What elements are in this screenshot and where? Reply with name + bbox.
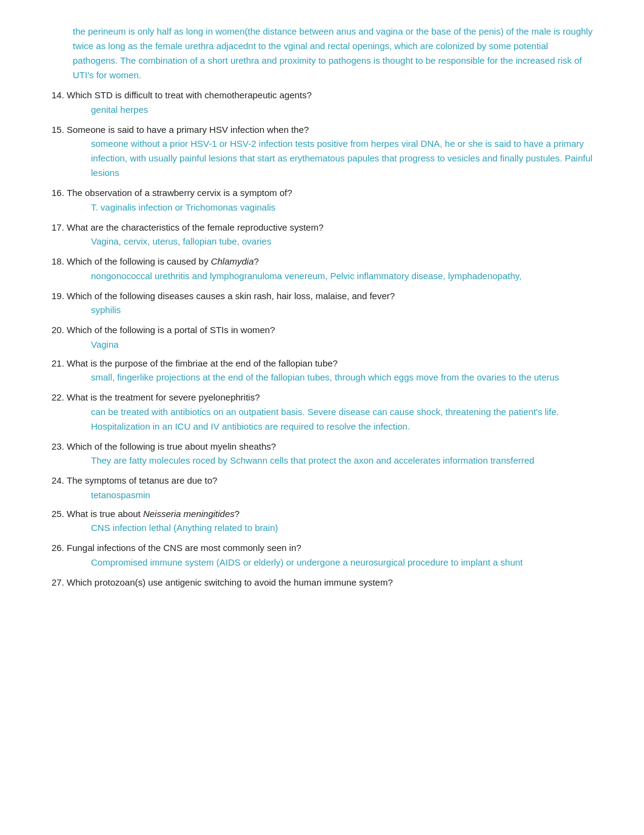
question-18-text: Which of the following is caused by (67, 256, 208, 266)
question-26: Fungal infections of the CNS are most co… (67, 541, 595, 570)
question-27-text: Which protozoan(s) use antigenic switchi… (67, 577, 393, 587)
question-25-text: What is true about (67, 509, 141, 519)
answer-21: small, fingerlike projections at the end… (91, 370, 595, 385)
question-17: What are the characteristics of the fema… (67, 221, 595, 249)
question-25-italic: Neisseria meningitides (143, 509, 235, 519)
question-22: What is the treatment for severe pyelone… (67, 391, 595, 434)
question-25-suffix: ? (235, 509, 240, 519)
answer-23: They are fatty molecules roced by Schwan… (91, 453, 595, 468)
question-19: Which of the following diseases causes a… (67, 289, 595, 318)
answer-22: can be treated with antibiotics on an ou… (91, 405, 595, 434)
answer-15: someone without a prior HSV-1 or HSV-2 i… (91, 137, 595, 180)
question-20-text: Which of the following is a portal of ST… (67, 325, 275, 335)
question-16: The observation of a strawberry cervix i… (67, 186, 595, 215)
question-21: What is the purpose of the fimbriae at t… (67, 357, 595, 385)
question-16-text: The observation of a strawberry cervix i… (67, 188, 292, 198)
question-27: Which protozoan(s) use antigenic switchi… (67, 576, 595, 590)
question-24-text: The symptoms of tetanus are due to? (67, 475, 217, 485)
question-17-text: What are the characteristics of the fema… (67, 222, 324, 232)
answer-17: Vagina, cervix, uterus, fallopian tube, … (91, 234, 595, 249)
question-18: Which of the following is caused by Chla… (67, 255, 595, 283)
question-19-text: Which of the following diseases causes a… (67, 291, 395, 301)
question-26-text: Fungal infections of the CNS are most co… (67, 543, 301, 553)
question-14-text: Which STD is difficult to treat with che… (67, 90, 312, 100)
question-23-text: Which of the following is true about mye… (67, 441, 276, 451)
answer-20: Vagina (91, 337, 595, 352)
question-18-italic: Chlamydia (211, 256, 254, 266)
answer-26: Compromised immune system (AIDS or elder… (91, 555, 595, 570)
question-23: Which of the following is true about mye… (67, 440, 595, 468)
question-25: What is true about Neisseria meningitide… (67, 507, 595, 536)
answer-25: CNS infection lethal (Anything related t… (91, 521, 595, 535)
page-content: the perineum is only half as long in wom… (49, 24, 595, 589)
intro-answer: the perineum is only half as long in wom… (73, 24, 595, 83)
answer-16: T. vaginalis infection or Trichomonas va… (91, 200, 595, 215)
question-24: The symptoms of tetanus are due to? teta… (67, 474, 595, 502)
answer-14: genital herpes (91, 103, 595, 117)
question-15-text: Someone is said to have a primary HSV in… (67, 124, 309, 135)
answer-18: nongonococcal urethritis and lymphogranu… (91, 269, 595, 283)
answer-19: syphilis (91, 303, 595, 317)
question-14: Which STD is difficult to treat with che… (67, 89, 595, 117)
question-22-text: What is the treatment for severe pyelone… (67, 392, 260, 402)
question-15: Someone is said to have a primary HSV in… (67, 123, 595, 181)
answer-24: tetanospasmin (91, 488, 595, 502)
question-20: Which of the following is a portal of ST… (67, 323, 595, 352)
question-18-suffix: ? (254, 256, 259, 266)
question-21-text: What is the purpose of the fimbriae at t… (67, 358, 338, 368)
